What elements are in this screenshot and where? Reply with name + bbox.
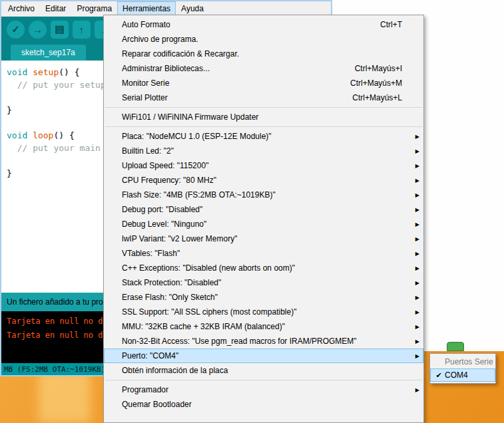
submenu-arrow-icon: ▶ [413, 163, 419, 169]
menu-item[interactable]: Serial Plotter Ctrl+Mayús+L [104, 90, 423, 105]
menu-item-label: Builtin Led: "2" [122, 146, 174, 156]
menu-item-label: COM4 [445, 370, 468, 380]
verify-icon: ✓ [11, 23, 20, 35]
open-button[interactable]: ↑ [73, 21, 91, 39]
menu-item[interactable]: Flash Size: "4MB (FS:2MB OTA:~1019KB)" ▶ [104, 188, 423, 202]
menu-item[interactable]: CPU Frequency: "80 MHz" ▶ [104, 173, 423, 188]
menu-item-label: MMU: "32KB cache + 32KB IRAM (balanced)" [122, 322, 285, 331]
code-token: // put your main c [17, 143, 111, 153]
submenu-arrow-icon: ▶ [413, 221, 419, 227]
menu-item[interactable]: Auto Formato Ctrl+T [104, 17, 423, 32]
menubar-item-herramientas[interactable]: Herramientas [117, 1, 176, 16]
menu-item-shortcut: Ctrl+Mayús+L [352, 93, 413, 102]
submenu-arrow-icon: ▶ [413, 192, 419, 198]
tools-menu: Auto Formato Ctrl+T Archivo de programa.… [103, 15, 424, 423]
submenu-arrow-icon: ▶ [413, 339, 419, 345]
menu-item[interactable]: Quemar Bootloader [104, 397, 423, 412]
code-token: void [7, 130, 27, 140]
code-token [27, 67, 33, 77]
submenu-arrow-icon: ▶ [413, 309, 419, 315]
menu-item-label: Stack Protection: "Disabled" [122, 278, 221, 287]
submenu-arrow-icon: ▶ [413, 280, 419, 286]
submenu-arrow-icon: ▶ [413, 236, 419, 242]
menu-item-label: Serial Plotter [122, 93, 168, 102]
menu-item[interactable]: Erase Flash: "Only Sketch" ▶ [104, 290, 423, 305]
menubar-item-label: Ayuda [181, 4, 204, 13]
menu-item-label: C++ Exceptions: "Disabled (new aborts on… [122, 263, 295, 273]
submenu-arrow-icon: ▶ [413, 251, 419, 257]
submenu-arrow-icon: ▶ [413, 295, 419, 301]
menu-item[interactable]: Programador ▶ [104, 382, 423, 397]
submenu-arrow-icon: ▶ [413, 148, 419, 154]
menu-item-label: Obtén información de la placa [122, 366, 228, 375]
menu-item[interactable]: Reparar codificación & Recargar. [104, 47, 423, 61]
port-submenu: Puertos Serie ✔ COM4 [429, 353, 496, 384]
menubar-item-label: Programa [77, 4, 112, 13]
submenu-arrow-icon: ▶ [413, 387, 419, 393]
code-token: // put your setup [17, 80, 106, 90]
desktop-glow [39, 371, 91, 423]
menu-item[interactable]: Monitor Serie Ctrl+Mayús+M [104, 76, 423, 90]
menubar-item-editar[interactable]: Editar [40, 1, 71, 16]
open-icon: ↑ [79, 24, 85, 35]
menubar-item-label: Herramientas [123, 4, 170, 13]
menu-item[interactable]: Administrar Bibliotecas... Ctrl+Mayús+I [104, 61, 423, 76]
menu-item[interactable]: Obtén información de la placa [104, 363, 423, 378]
menu-item-label: Upload Speed: "115200" [122, 161, 208, 170]
tab-sketch[interactable]: sketch_sep17a [11, 45, 86, 61]
menu-item[interactable]: Archivo de programa. [104, 32, 423, 47]
menu-separator [105, 380, 422, 380]
menu-item-label: VTables: "Flash" [122, 249, 180, 258]
menu-item[interactable]: MMU: "32KB cache + 32KB IRAM (balanced)"… [104, 319, 423, 334]
desktop-icon[interactable] [447, 342, 464, 351]
check-icon: ✔ [433, 371, 445, 380]
code-token: } [7, 168, 12, 178]
menu-item[interactable]: lwIP Variant: "v2 Lower Memory" ▶ [104, 231, 423, 246]
menu-item-label: lwIP Variant: "v2 Lower Memory" [122, 234, 237, 243]
menu-item-label: Archivo de programa. [122, 35, 198, 44]
menu-item[interactable]: Placa: "NodeMCU 1.0 (ESP-12E Module)" ▶ [104, 129, 423, 144]
menu-item[interactable]: Debug port: "Disabled" ▶ [104, 202, 423, 217]
menu-item: Puertos Serie [430, 355, 495, 368]
menu-item[interactable]: ✔ COM4 [430, 368, 495, 382]
menu-item[interactable]: Stack Protection: "Disabled" ▶ [104, 275, 423, 290]
menu-item-label: Erase Flash: "Only Sketch" [122, 293, 218, 302]
menu-item-label: Programador [122, 385, 168, 394]
submenu-arrow-icon: ▶ [413, 324, 419, 330]
menu-item-shortcut: Ctrl+Mayús+I [355, 64, 413, 73]
menu-item-label: Monitor Serie [122, 78, 169, 88]
code-token: () { [59, 67, 79, 77]
menubar-item-label: Archivo [8, 4, 35, 13]
menu-item[interactable]: WiFi101 / WiFiNINA Firmware Updater [104, 110, 423, 124]
menu-item-shortcut: Ctrl+Mayús+M [350, 78, 413, 88]
menu-item-label: Administrar Bibliotecas... [122, 64, 210, 73]
menu-item[interactable]: Builtin Led: "2" ▶ [104, 144, 423, 158]
menu-item[interactable]: SSL Support: "All SSL ciphers (most comp… [104, 305, 423, 319]
menu-item[interactable]: Upload Speed: "115200" ▶ [104, 158, 423, 173]
code-token [7, 143, 17, 153]
upload-icon: → [33, 24, 43, 35]
menu-item[interactable]: Puerto: "COM4" ▶ [104, 349, 423, 363]
code-token: loop [33, 130, 53, 140]
menu-item-label: Quemar Bootloader [122, 400, 192, 409]
code-token: void [7, 67, 27, 77]
menu-item-label: Auto Formato [122, 20, 170, 29]
menu-item[interactable]: VTables: "Flash" ▶ [104, 246, 423, 261]
menu-item-label: Flash Size: "4MB (FS:2MB OTA:~1019KB)" [122, 190, 276, 200]
submenu-arrow-icon: ▶ [413, 207, 419, 213]
menu-item-label: SSL Support: "All SSL ciphers (most comp… [122, 307, 296, 317]
menu-separator [105, 126, 422, 127]
code-token: setup [33, 67, 59, 77]
menu-item[interactable]: Non-32-Bit Access: "Use pgm_read macros … [104, 334, 423, 349]
menu-item[interactable]: C++ Exceptions: "Disabled (new aborts on… [104, 261, 423, 275]
menubar-item-archivo[interactable]: Archivo [3, 1, 40, 16]
code-token [27, 130, 33, 140]
verify-button[interactable]: ✓ [7, 21, 25, 39]
new-sketch-button[interactable]: ▤ [51, 21, 69, 39]
menubar-item-ayuda[interactable]: Ayuda [176, 1, 209, 16]
upload-button[interactable]: → [29, 21, 47, 39]
menu-item-label: Puertos Serie [445, 357, 493, 366]
menu-item-label: Debug Level: "Ninguno" [122, 219, 206, 229]
menubar-item-programa[interactable]: Programa [71, 1, 117, 16]
menu-item[interactable]: Debug Level: "Ninguno" ▶ [104, 217, 423, 231]
